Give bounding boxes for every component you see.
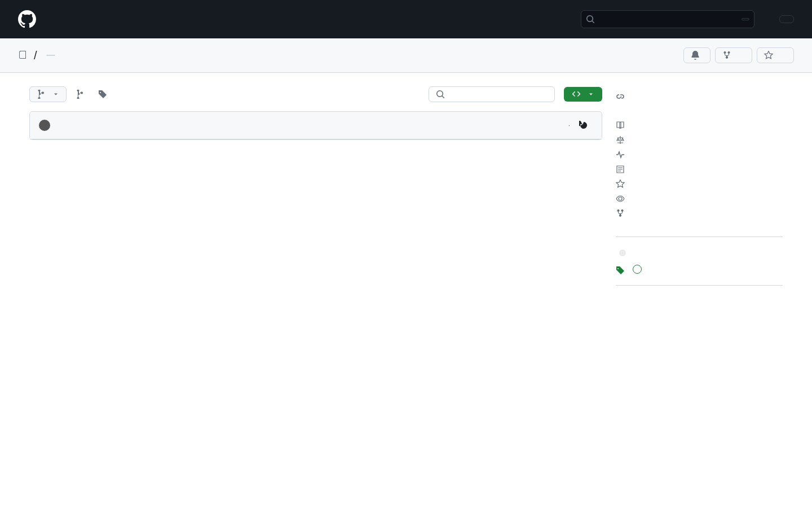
go-to-file-input[interactable] (429, 86, 555, 102)
search-kbd (742, 18, 749, 20)
fork-icon (722, 51, 731, 60)
chevron-down-icon (588, 91, 594, 98)
tags-link[interactable] (98, 90, 112, 99)
fork-button[interactable] (715, 47, 752, 63)
latest-release[interactable] (616, 264, 783, 275)
activity-link[interactable] (616, 147, 783, 162)
branch-icon (76, 90, 85, 99)
custom-properties-link[interactable] (616, 162, 783, 177)
star-button[interactable] (757, 47, 794, 63)
fork-icon (616, 209, 625, 218)
stars-link[interactable] (616, 177, 783, 191)
star-icon (764, 51, 773, 60)
branch-icon (37, 90, 46, 99)
branch-select[interactable] (29, 86, 67, 102)
code-button[interactable] (564, 87, 602, 102)
chevron-down-icon (52, 91, 59, 98)
releases-title[interactable] (616, 247, 783, 257)
file-toolbar (29, 86, 602, 102)
commits-link[interactable] (579, 121, 593, 130)
notifications-button[interactable] (683, 47, 710, 63)
eye-icon (616, 194, 625, 203)
avatar[interactable] (39, 120, 50, 131)
latest-commit-row: · (30, 112, 602, 139)
pulse-icon (616, 150, 625, 159)
commit-sha[interactable]: · (568, 121, 570, 129)
note-icon (616, 165, 625, 174)
website-link[interactable] (616, 93, 783, 102)
github-logo-icon[interactable] (18, 10, 36, 28)
sign-up-button[interactable] (779, 15, 794, 23)
search-input[interactable] (581, 10, 754, 28)
tag-icon (98, 90, 107, 99)
bell-icon (691, 51, 700, 60)
search-icon (436, 90, 445, 99)
repo-title: / (32, 49, 39, 62)
tag-icon (616, 266, 625, 275)
star-icon (616, 179, 625, 189)
visibility-badge (46, 55, 55, 56)
report-link[interactable] (616, 221, 783, 226)
global-header (0, 0, 812, 38)
repo-icon (18, 51, 27, 60)
sidebar (616, 86, 783, 296)
repo-header: / (0, 38, 812, 73)
readme-link[interactable] (616, 118, 783, 133)
watching-link[interactable] (616, 191, 783, 206)
license-link[interactable] (616, 133, 783, 147)
link-icon (616, 93, 625, 102)
latest-badge (633, 265, 642, 274)
forks-link[interactable] (616, 206, 783, 221)
book-icon (616, 121, 625, 130)
sign-in-link[interactable] (761, 16, 773, 23)
code-icon (572, 90, 581, 99)
law-icon (616, 135, 625, 144)
branches-link[interactable] (76, 90, 89, 99)
history-icon (579, 121, 588, 130)
search-icon (586, 15, 595, 24)
file-tree: · (29, 111, 602, 140)
